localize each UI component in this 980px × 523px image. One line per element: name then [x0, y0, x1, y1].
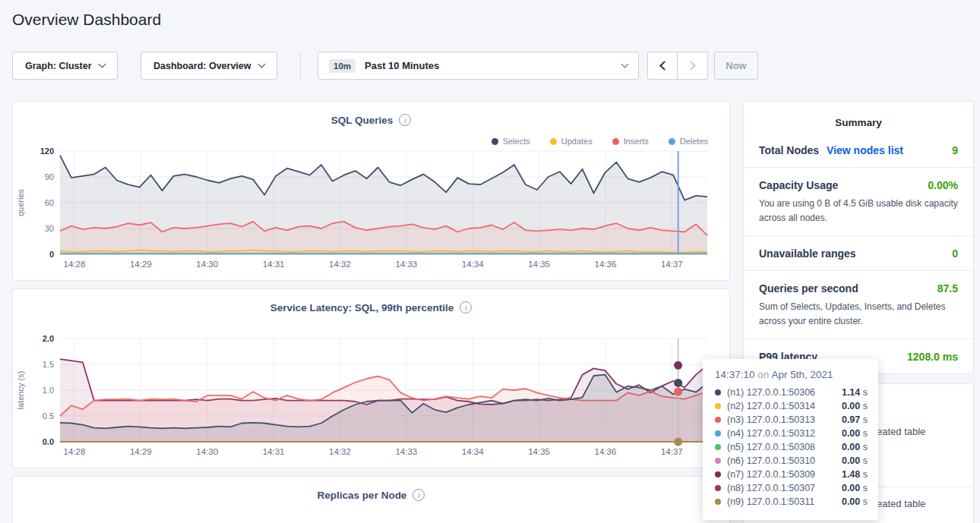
summary-panel: Summary Total Nodes View nodes list 9 Ca…	[743, 101, 974, 374]
time-prev-button[interactable]	[647, 52, 678, 80]
service-latency-chart[interactable]: 14:2814:2914:3014:3114:3214:3314:3414:35…	[13, 317, 729, 471]
svg-text:1.5: 1.5	[43, 360, 54, 369]
toolbar: Graph: Cluster	[12, 52, 118, 80]
time-range-badge: 10m	[329, 59, 356, 73]
svg-text:90: 90	[45, 172, 54, 181]
tooltip-node-row: (n3) 127.0.0.1:503130.97 s	[715, 413, 868, 427]
svg-text:14:30: 14:30	[196, 260, 218, 269]
tooltip-node-label: (n2) 127.0.0.1:50314	[727, 401, 815, 411]
toolbar-divider	[300, 52, 301, 80]
tooltip-node-label: (n6) 127.0.0.1:50310	[727, 455, 815, 466]
svg-text:0: 0	[49, 250, 54, 259]
chevron-right-icon	[686, 61, 696, 71]
tooltip-node-row: (n7) 127.0.0.1:503091.48 s	[715, 468, 868, 481]
tooltip-node-value: 1.48 s	[842, 469, 868, 480]
svg-text:120: 120	[40, 147, 54, 156]
summary-value: 87.5	[937, 282, 958, 295]
svg-text:14:28: 14:28	[64, 260, 86, 269]
chart-title-sql-queries: SQL Queries	[331, 115, 394, 126]
svg-text:14:34: 14:34	[462, 447, 484, 456]
time-next-button[interactable]	[678, 52, 708, 80]
summary-value: 0	[952, 247, 958, 260]
svg-text:14:36: 14:36	[595, 260, 617, 269]
graph-dropdown[interactable]: Graph: Cluster	[12, 52, 118, 80]
tooltip-node-label: (n7) 127.0.0.1:50309	[727, 469, 815, 480]
sql-queries-panel: SQL Queries SelectsUpdatesInsertsDeletes…	[12, 101, 730, 281]
summary-label: Unavailable ranges	[759, 247, 856, 260]
summary-value: 1208.0 ms	[907, 351, 958, 363]
svg-text:latency (s): latency (s)	[16, 371, 25, 410]
summary-row-total-nodes: Total Nodes View nodes list 9	[744, 133, 973, 168]
summary-label: Capacity Usage	[759, 179, 838, 191]
summary-title: Summary	[744, 102, 973, 133]
tooltip-node-row: (n4) 127.0.0.1:503120.00 s	[715, 427, 868, 440]
node-color-dot-icon	[715, 458, 721, 464]
svg-text:14:30: 14:30	[196, 447, 218, 456]
dashboard-dropdown[interactable]: Dashboard: Overview	[141, 52, 277, 80]
svg-text:14:28: 14:28	[64, 447, 86, 456]
info-icon[interactable]	[399, 114, 411, 126]
tooltip-node-row: (n1) 127.0.0.1:503061.14 s	[715, 386, 868, 399]
node-color-dot-icon	[715, 485, 721, 491]
svg-text:14:33: 14:33	[395, 260, 417, 269]
node-color-dot-icon	[715, 444, 721, 450]
tooltip-node-value: 0.00 s	[842, 401, 868, 411]
summary-row-unavailable-ranges: Unavailable ranges 0	[744, 236, 973, 271]
svg-text:14:37: 14:37	[661, 447, 683, 456]
chart-hover-tooltip: 14:37:10 on Apr 5th, 2021 (n1) 127.0.0.1…	[703, 359, 878, 520]
tooltip-node-row: (n6) 127.0.0.1:503100.00 s	[715, 454, 868, 468]
tooltip-timestamp: 14:37:10 on Apr 5th, 2021	[715, 369, 868, 380]
service-latency-panel: Service Latency: SQL, 99th percentile 14…	[12, 288, 730, 468]
now-button[interactable]: Now	[714, 52, 758, 80]
tooltip-node-value: 0.00 s	[842, 455, 868, 466]
tooltip-node-label: (n1) 127.0.0.1:50306	[727, 387, 815, 398]
tooltip-node-value: 0.00 s	[842, 428, 868, 439]
svg-text:14:29: 14:29	[130, 260, 152, 269]
svg-text:0.0: 0.0	[43, 437, 54, 446]
dashboard-dropdown-label: Dashboard: Overview	[153, 61, 251, 71]
summary-desc: You are using 0 B of 4.5 GiB usable disk…	[759, 197, 958, 225]
svg-text:14:34: 14:34	[462, 260, 484, 269]
chart-title-service-latency: Service Latency: SQL, 99th percentile	[270, 302, 454, 313]
summary-label: Total Nodes	[759, 144, 819, 156]
svg-text:60: 60	[45, 198, 54, 207]
node-color-dot-icon	[715, 430, 721, 436]
summary-label: Queries per second	[759, 282, 858, 295]
node-color-dot-icon	[715, 417, 721, 423]
tooltip-node-row: (n2) 127.0.0.1:503140.00 s	[715, 399, 868, 413]
tooltip-node-value: 1.14 s	[842, 387, 868, 398]
node-color-dot-icon	[715, 403, 721, 409]
svg-text:14:32: 14:32	[329, 447, 351, 456]
view-nodes-list-link[interactable]: View nodes list	[827, 144, 903, 156]
tooltip-node-value: 0.00 s	[842, 442, 868, 452]
chevron-down-icon	[258, 61, 265, 68]
tooltip-node-value: 0.97 s	[842, 414, 868, 425]
svg-text:0.5: 0.5	[43, 411, 54, 421]
tooltip-node-value: 0.00 s	[842, 483, 868, 493]
svg-text:14:33: 14:33	[395, 447, 417, 456]
svg-text:1.0: 1.0	[43, 386, 54, 395]
info-icon[interactable]	[413, 489, 425, 501]
tooltip-node-value: 0.00 s	[842, 496, 868, 507]
summary-row-capacity-usage: Capacity Usage 0.00% You are using 0 B o…	[744, 168, 973, 236]
chevron-down-icon	[98, 61, 106, 68]
summary-value: 0.00%	[928, 179, 958, 191]
svg-text:14:37: 14:37	[661, 260, 683, 269]
tooltip-node-row: (n9) 127.0.0.1:503110.00 s	[715, 495, 868, 509]
chart-title-replicas: Replicas per Node	[318, 490, 407, 501]
sql-queries-chart[interactable]: 14:2814:2914:3014:3114:3214:3314:3414:35…	[13, 130, 729, 283]
replicas-panel: Replicas per Node	[12, 476, 730, 523]
svg-text:14:35: 14:35	[528, 447, 550, 456]
page-title: Overview Dashboard	[12, 11, 161, 29]
tooltip-node-row: (n8) 127.0.0.1:503070.00 s	[715, 481, 868, 495]
svg-text:14:32: 14:32	[329, 260, 351, 269]
tooltip-node-label: (n3) 127.0.0.1:50313	[727, 414, 815, 425]
time-range-picker[interactable]: 10m Past 10 Minutes	[318, 52, 639, 80]
node-color-dot-icon	[715, 471, 721, 477]
svg-text:14:35: 14:35	[528, 260, 550, 269]
svg-text:14:36: 14:36	[595, 447, 617, 456]
tooltip-node-label: (n5) 127.0.0.1:50308	[727, 442, 815, 452]
svg-text:queries: queries	[16, 188, 25, 216]
info-icon[interactable]	[460, 301, 472, 313]
node-color-dot-icon	[715, 389, 721, 395]
